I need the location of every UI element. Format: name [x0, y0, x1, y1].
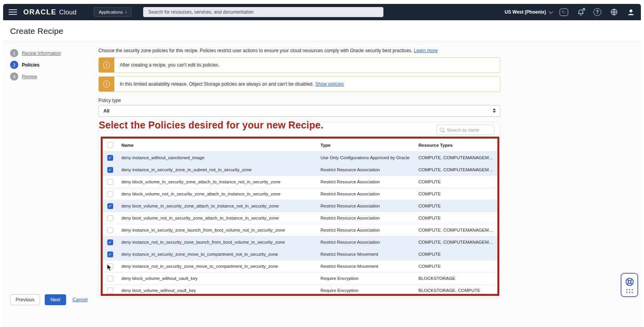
terminal-icon: >_	[560, 9, 568, 16]
row-checkbox-cell: ✓	[103, 239, 117, 245]
applications-button[interactable]: Applications ›	[94, 7, 132, 17]
table-search-box[interactable]	[436, 125, 495, 135]
step-number: 3	[10, 72, 18, 81]
policy-type: Restrict Resource Association	[317, 240, 415, 244]
hamburger-menu-icon[interactable]	[9, 9, 17, 15]
warning-icon-block: !	[99, 58, 114, 72]
life-buoy-icon	[625, 277, 635, 287]
row-checkbox[interactable]	[107, 264, 113, 269]
policy-type: Restrict Resource Association	[317, 167, 415, 172]
policy-resource-types: COMPUTE, COMPUTEMANAGEMENT	[415, 155, 497, 160]
row-checkbox-cell: ✓	[103, 203, 117, 209]
wizard-steps: 1 Recipe Information 2 Policies 3 Review	[10, 49, 92, 84]
top-navigation-bar: ORACLE Cloud Applications › US West (Pho…	[3, 4, 641, 20]
main-content: Choose the security zone policies for th…	[98, 47, 500, 298]
table-row[interactable]: ✓deny instance_without_sanctioned_imageU…	[103, 152, 497, 164]
row-checkbox[interactable]	[107, 215, 113, 221]
select-all-checkbox[interactable]	[107, 142, 113, 148]
policy-resource-types: COMPUTE	[415, 264, 497, 269]
page: ORACLE Cloud Applications › US West (Pho…	[0, 0, 644, 327]
row-checkbox[interactable]: ✓	[107, 155, 113, 161]
topbar-right-group: US West (Phoenix) >_ ?	[505, 7, 635, 17]
learn-more-link[interactable]: Learn more	[414, 48, 438, 53]
row-checkbox[interactable]	[107, 276, 113, 281]
profile-button[interactable]	[626, 7, 635, 17]
step-number: 1	[10, 49, 18, 57]
table-row[interactable]: ✓deny instance_in_security_zone_move_to_…	[103, 248, 497, 260]
next-button[interactable]: Next	[45, 294, 66, 305]
brand-oracle: ORACLE	[23, 8, 56, 16]
column-header-resource-types[interactable]: Resource Types	[415, 143, 497, 148]
policy-name: deny block_volume_not_in_security_zone_a…	[117, 192, 317, 196]
help-button[interactable]: ?	[593, 7, 602, 17]
row-checkbox[interactable]	[107, 227, 113, 233]
policy-resource-types: BLOCKSTORAGE, COMPUTE	[415, 288, 497, 293]
row-checkbox[interactable]: ✓	[107, 203, 113, 209]
table-search-input[interactable]	[447, 128, 490, 132]
table-row[interactable]: deny block_volume_in_security_zone_attac…	[103, 176, 497, 188]
policy-type: Require Encryption	[317, 276, 415, 281]
global-search-input[interactable]	[143, 7, 383, 17]
cloud-shell-button[interactable]: >_	[559, 7, 569, 17]
column-header-type[interactable]: Type	[317, 143, 415, 148]
intro-text: Choose the security zone policies for th…	[98, 47, 500, 54]
row-checkbox[interactable]	[107, 288, 113, 294]
table-row[interactable]: deny boot_volume_without_vault_keyRequir…	[103, 285, 497, 296]
step-recipe-information[interactable]: 1 Recipe Information	[10, 49, 92, 57]
banner-text: In this limited availability release, Ob…	[114, 77, 349, 91]
search-icon	[440, 128, 444, 132]
policy-name: deny instance_in_security_zone_in_subnet…	[117, 167, 317, 172]
warning-icon-block: !	[99, 77, 114, 91]
table-row[interactable]: deny block_volume_not_in_security_zone_a…	[103, 188, 497, 200]
oracle-cloud-logo[interactable]: ORACLE Cloud	[23, 8, 77, 16]
table-row[interactable]: ✓deny instance_not_in_security_zone_laun…	[103, 236, 497, 248]
notifications-button[interactable]	[576, 7, 585, 17]
step-label[interactable]: Review	[22, 74, 37, 79]
annotation-red-border: Name Type Resource Types ✓deny instance_…	[101, 137, 499, 296]
policy-name: deny instance_without_sanctioned_image	[117, 155, 317, 160]
table-row[interactable]: deny boot_volume_not_in_security_zone_at…	[103, 212, 497, 224]
row-checkbox-cell	[103, 264, 117, 269]
policy-type: Use Only Configurations Approved by Orac…	[317, 155, 415, 160]
row-checkbox-cell: ✓	[103, 167, 117, 173]
region-selector[interactable]: US West (Phoenix)	[505, 9, 552, 15]
row-checkbox[interactable]: ✓	[107, 167, 113, 173]
row-checkbox-cell	[103, 276, 117, 281]
step-policies[interactable]: 2 Policies	[10, 61, 92, 69]
row-checkbox[interactable]: ✓	[107, 239, 113, 245]
previous-button[interactable]: Previous	[10, 294, 40, 305]
language-button[interactable]	[609, 7, 619, 17]
cancel-link[interactable]: Cancel	[72, 297, 88, 302]
select-stepper-icon	[493, 108, 496, 113]
table-row[interactable]: deny block_volume_without_vault_keyRequi…	[103, 272, 497, 285]
row-checkbox[interactable]	[107, 191, 113, 197]
policy-type: Restrict Resource Movement	[317, 252, 415, 257]
notification-dot	[583, 8, 585, 11]
row-checkbox[interactable]: ✓	[107, 251, 113, 257]
policy-name: deny instance_in_security_zone_launch_fr…	[117, 228, 317, 232]
row-checkbox[interactable]	[107, 179, 113, 185]
support-widget[interactable]	[621, 273, 638, 297]
policy-name: deny block_volume_without_vault_key	[117, 276, 317, 281]
policy-resource-types: COMPUTE	[415, 204, 497, 208]
policy-type: Restrict Resource Association	[317, 216, 415, 220]
applications-label: Applications	[99, 10, 123, 14]
column-header-name[interactable]: Name	[117, 143, 317, 148]
policy-type-value: All	[103, 108, 109, 114]
table-row[interactable]: ✓deny instance_in_security_zone_in_subne…	[103, 164, 497, 176]
step-label[interactable]: Recipe Information	[22, 51, 61, 56]
table-row[interactable]: deny instance_in_security_zone_launch_fr…	[103, 224, 497, 236]
banner-object-storage: ! In this limited availability release, …	[98, 76, 500, 92]
policy-type-select[interactable]: All	[98, 105, 500, 117]
table-row[interactable]: deny instance_not_in_security_zone_move_…	[103, 260, 497, 272]
row-checkbox-cell: ✓	[103, 155, 117, 161]
step-review[interactable]: 3 Review	[10, 72, 92, 81]
table-header-row: Name Type Resource Types	[103, 139, 497, 152]
brand-cloud: Cloud	[59, 9, 77, 16]
chevron-down-icon	[549, 9, 553, 14]
region-label: US West (Phoenix)	[505, 9, 546, 15]
page-title: Create Recipe	[10, 26, 63, 36]
table-row[interactable]: ✓deny boot_volume_in_security_zone_attac…	[103, 200, 497, 212]
show-policies-link[interactable]: Show policies	[315, 81, 344, 87]
policy-name: deny instance_not_in_security_zone_launc…	[117, 240, 317, 244]
